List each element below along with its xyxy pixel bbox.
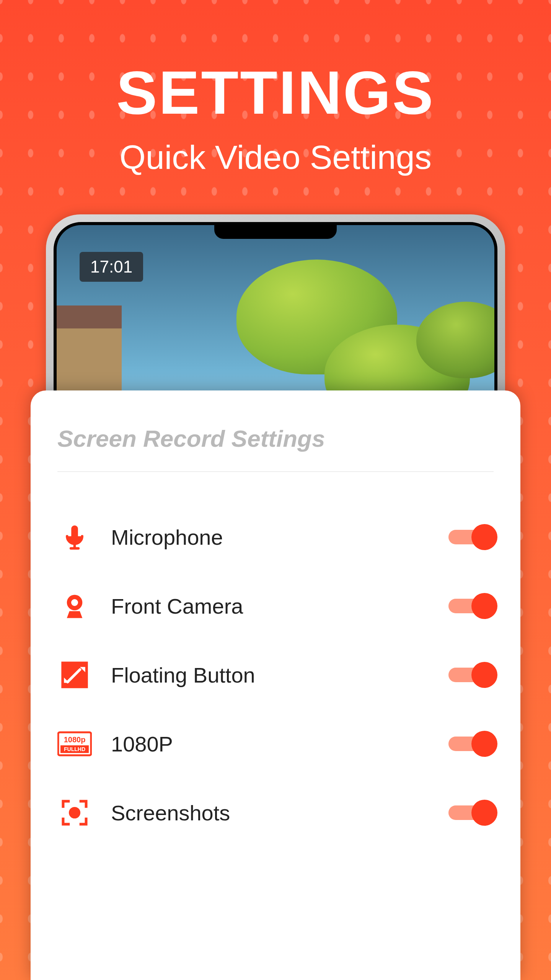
settings-list: Microphone Front Camera <box>57 503 494 847</box>
setting-row-1080p[interactable]: 1080p FULLHD 1080P <box>57 709 494 778</box>
microphone-icon <box>57 520 92 554</box>
setting-row-microphone[interactable]: Microphone <box>57 503 494 572</box>
1080p-toggle[interactable] <box>448 737 494 751</box>
setting-row-screenshots[interactable]: Screenshots <box>57 778 494 847</box>
page-subtitle: Quick Video Settings <box>0 138 551 177</box>
scene-house <box>57 305 122 405</box>
floating-button-icon <box>57 658 92 692</box>
panel-title: Screen Record Settings <box>57 425 494 472</box>
setting-label: Screenshots <box>111 800 429 825</box>
screenshot-icon <box>57 795 92 830</box>
phone-notch <box>214 225 337 239</box>
setting-label: Floating Button <box>111 663 429 688</box>
setting-label: Microphone <box>111 525 429 550</box>
microphone-toggle[interactable] <box>448 530 494 544</box>
svg-text:FULLHD: FULLHD <box>64 746 85 752</box>
setting-row-front-camera[interactable]: Front Camera <box>57 572 494 640</box>
setting-label: Front Camera <box>111 594 429 619</box>
setting-row-floating-button[interactable]: Floating Button <box>57 640 494 709</box>
svg-text:1080p: 1080p <box>64 735 86 744</box>
setting-label: 1080P <box>111 732 429 756</box>
camera-icon <box>57 589 92 623</box>
svg-point-4 <box>71 599 78 606</box>
floating-button-toggle[interactable] <box>448 668 494 682</box>
status-time: 17:01 <box>80 252 143 282</box>
svg-point-10 <box>69 807 80 818</box>
front-camera-toggle[interactable] <box>448 599 494 613</box>
settings-panel: Screen Record Settings Microphone <box>31 390 520 980</box>
1080p-icon: 1080p FULLHD <box>57 727 92 761</box>
svg-rect-2 <box>70 547 80 550</box>
page-title: SETTINGS <box>0 57 551 128</box>
screenshots-toggle[interactable] <box>448 805 494 820</box>
